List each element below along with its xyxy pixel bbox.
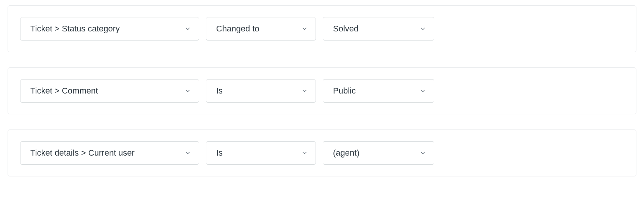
- chevron-down-icon: [184, 25, 191, 32]
- chevron-down-icon: [301, 87, 308, 94]
- value-select-label: Solved: [333, 24, 358, 34]
- chevron-down-icon: [419, 150, 426, 156]
- operator-select-label: Is: [216, 86, 223, 96]
- operator-select[interactable]: Is: [206, 79, 316, 103]
- value-select[interactable]: (agent): [323, 141, 434, 165]
- value-select-label: (agent): [333, 148, 360, 158]
- operator-select-label: Changed to: [216, 24, 259, 34]
- chevron-down-icon: [419, 25, 426, 32]
- field-select[interactable]: Ticket details > Current user: [20, 141, 199, 165]
- value-select[interactable]: Public: [323, 79, 434, 103]
- field-select[interactable]: Ticket > Comment: [20, 79, 199, 103]
- chevron-down-icon: [419, 87, 426, 94]
- operator-select-label: Is: [216, 148, 223, 158]
- value-select-label: Public: [333, 86, 356, 96]
- field-select-label: Ticket details > Current user: [30, 148, 135, 158]
- chevron-down-icon: [301, 150, 308, 156]
- field-select-label: Ticket > Status category: [30, 24, 120, 34]
- condition-row: Ticket details > Current user Is (agent): [8, 129, 636, 176]
- field-select-label: Ticket > Comment: [30, 86, 98, 96]
- field-select[interactable]: Ticket > Status category: [20, 17, 199, 41]
- value-select[interactable]: Solved: [323, 17, 434, 41]
- condition-row: Ticket > Comment Is Public: [8, 67, 636, 114]
- operator-select[interactable]: Changed to: [206, 17, 316, 41]
- chevron-down-icon: [184, 150, 191, 156]
- operator-select[interactable]: Is: [206, 141, 316, 165]
- chevron-down-icon: [184, 87, 191, 94]
- condition-row: Ticket > Status category Changed to Solv…: [8, 5, 636, 52]
- chevron-down-icon: [301, 25, 308, 32]
